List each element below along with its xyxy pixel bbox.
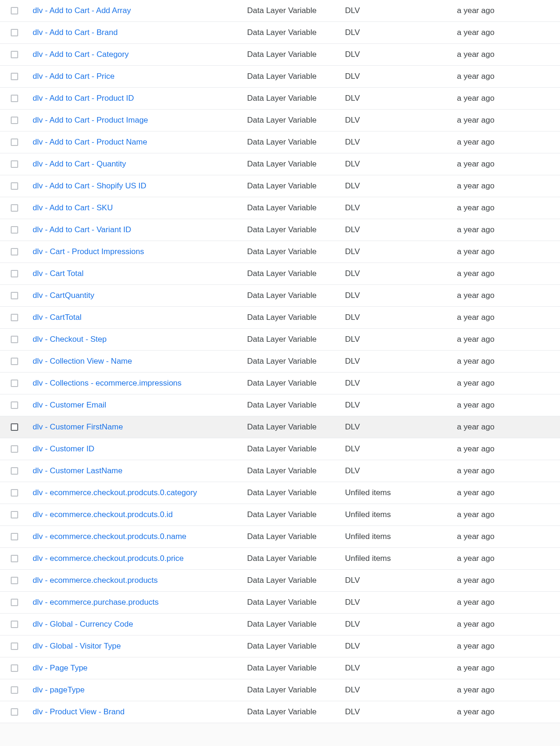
- variable-link[interactable]: dlv - Checkout - Step: [33, 335, 107, 344]
- variable-link[interactable]: dlv - ecommerce.checkout.prodcuts.0.cate…: [33, 488, 197, 497]
- variable-link[interactable]: dlv - Product View - Brand: [33, 707, 124, 716]
- table-row[interactable]: dlv - Cart - Product ImpressionsData Lay…: [0, 241, 560, 263]
- variable-link[interactable]: dlv - ecommerce.checkout.prodcuts.0.pric…: [33, 554, 184, 563]
- table-row[interactable]: dlv - Add to Cart - Product IDData Layer…: [0, 88, 560, 110]
- variable-link[interactable]: dlv - CartTotal: [33, 313, 82, 322]
- variable-link[interactable]: dlv - ecommerce.purchase.products: [33, 598, 159, 607]
- row-checkbox[interactable]: [11, 336, 18, 343]
- variable-link[interactable]: dlv - Add to Cart - SKU: [33, 203, 113, 212]
- table-row[interactable]: dlv - ecommerce.checkout.prodcuts.0.idDa…: [0, 504, 560, 526]
- row-checkbox[interactable]: [11, 489, 18, 497]
- row-checkbox[interactable]: [11, 686, 18, 694]
- row-checkbox[interactable]: [11, 7, 18, 14]
- row-checkbox[interactable]: [11, 51, 18, 58]
- table-row[interactable]: dlv - Add to Cart - BrandData Layer Vari…: [0, 22, 560, 44]
- row-checkbox[interactable]: [11, 204, 18, 212]
- row-checkbox[interactable]: [11, 642, 18, 650]
- table-row[interactable]: dlv - Customer EmailData Layer VariableD…: [0, 394, 560, 416]
- table-row[interactable]: dlv - Add to Cart - SKUData Layer Variab…: [0, 197, 560, 219]
- table-row[interactable]: dlv - Add to Cart - Product NameData Lay…: [0, 131, 560, 153]
- row-checkbox[interactable]: [11, 73, 18, 80]
- row-checkbox[interactable]: [11, 160, 18, 168]
- table-row[interactable]: dlv - pageTypeData Layer VariableDLVa ye…: [0, 679, 560, 701]
- edited-cell: a year ago: [453, 701, 560, 723]
- table-row[interactable]: dlv - Global - Currency CodeData Layer V…: [0, 614, 560, 635]
- variable-link[interactable]: dlv - Add to Cart - Category: [33, 50, 129, 59]
- variable-link[interactable]: dlv - Collections - ecommerce.impression…: [33, 379, 181, 387]
- row-checkbox[interactable]: [11, 248, 18, 256]
- variable-link[interactable]: dlv - Add to Cart - Price: [33, 72, 115, 81]
- row-checkbox[interactable]: [11, 182, 18, 190]
- table-row[interactable]: dlv - Customer LastNameData Layer Variab…: [0, 460, 560, 482]
- table-row[interactable]: dlv - Add to Cart - Add ArrayData Layer …: [0, 0, 560, 22]
- variable-link[interactable]: dlv - Add to Cart - Shopify US ID: [33, 181, 146, 190]
- row-checkbox[interactable]: [11, 664, 18, 672]
- row-checkbox[interactable]: [11, 423, 18, 431]
- row-checkbox[interactable]: [11, 621, 18, 628]
- variable-link[interactable]: dlv - Global - Visitor Type: [33, 642, 121, 650]
- table-row[interactable]: dlv - Global - Visitor TypeData Layer Va…: [0, 635, 560, 657]
- variable-link[interactable]: dlv - Collection View - Name: [33, 357, 132, 366]
- row-checkbox[interactable]: [11, 358, 18, 365]
- variable-link[interactable]: dlv - Add to Cart - Variant ID: [33, 225, 131, 234]
- table-row[interactable]: dlv - Page TypeData Layer VariableDLVa y…: [0, 657, 560, 679]
- table-row[interactable]: dlv - Checkout - StepData Layer Variable…: [0, 329, 560, 351]
- variable-link[interactable]: dlv - Global - Currency Code: [33, 620, 133, 629]
- table-row[interactable]: dlv - ecommerce.checkout.prodcuts.0.name…: [0, 526, 560, 548]
- variable-link[interactable]: dlv - Add to Cart - Product ID: [33, 94, 134, 103]
- table-row[interactable]: dlv - Collections - ecommerce.impression…: [0, 373, 560, 394]
- table-row[interactable]: dlv - Cart TotalData Layer VariableDLVa …: [0, 263, 560, 285]
- table-row[interactable]: dlv - Collection View - NameData Layer V…: [0, 351, 560, 373]
- row-checkbox[interactable]: [11, 117, 18, 124]
- row-checkbox[interactable]: [11, 577, 18, 584]
- variable-link[interactable]: dlv - ecommerce.checkout.prodcuts.0.id: [33, 510, 173, 519]
- variable-link[interactable]: dlv - pageType: [33, 685, 85, 694]
- table-row[interactable]: dlv - Add to Cart - PriceData Layer Vari…: [0, 66, 560, 88]
- table-row[interactable]: dlv - Add to Cart - QuantityData Layer V…: [0, 153, 560, 175]
- row-checkbox[interactable]: [11, 138, 18, 146]
- table-row[interactable]: dlv - ecommerce.checkout.prodcuts.0.cate…: [0, 482, 560, 504]
- row-checkbox[interactable]: [11, 445, 18, 453]
- variable-link[interactable]: dlv - ecommerce.checkout.products: [33, 576, 158, 585]
- variable-link[interactable]: dlv - Add to Cart - Brand: [33, 28, 118, 37]
- table-row[interactable]: dlv - Customer FirstNameData Layer Varia…: [0, 416, 560, 438]
- table-row[interactable]: dlv - ecommerce.checkout.prodcuts.0.pric…: [0, 548, 560, 570]
- table-row[interactable]: dlv - Add to Cart - Product ImageData La…: [0, 110, 560, 131]
- row-checkbox[interactable]: [11, 401, 18, 409]
- table-row[interactable]: dlv - ecommerce.purchase.productsData La…: [0, 592, 560, 614]
- variable-link[interactable]: dlv - Customer FirstName: [33, 422, 123, 431]
- variable-link[interactable]: dlv - Page Type: [33, 663, 88, 672]
- table-row[interactable]: dlv - Add to Cart - Shopify US IDData La…: [0, 175, 560, 197]
- row-checkbox[interactable]: [11, 292, 18, 299]
- row-checkbox[interactable]: [11, 467, 18, 475]
- row-checkbox[interactable]: [11, 708, 18, 716]
- variable-link[interactable]: dlv - Customer Email: [33, 401, 106, 409]
- variable-link[interactable]: dlv - Customer LastName: [33, 466, 123, 475]
- row-checkbox[interactable]: [11, 380, 18, 387]
- table-row[interactable]: dlv - Customer IDData Layer VariableDLVa…: [0, 438, 560, 460]
- variable-link[interactable]: dlv - ecommerce.checkout.prodcuts.0.name: [33, 532, 187, 541]
- variable-link[interactable]: dlv - Add to Cart - Quantity: [33, 159, 126, 168]
- variable-link[interactable]: dlv - Add to Cart - Add Array: [33, 6, 131, 15]
- row-checkbox[interactable]: [11, 511, 18, 518]
- table-row[interactable]: dlv - Add to Cart - Variant IDData Layer…: [0, 219, 560, 241]
- row-checkbox[interactable]: [11, 95, 18, 102]
- table-row[interactable]: dlv - ecommerce.checkout.productsData La…: [0, 570, 560, 592]
- row-checkbox[interactable]: [11, 555, 18, 562]
- row-checkbox[interactable]: [11, 270, 18, 277]
- row-checkbox[interactable]: [11, 599, 18, 606]
- variable-link[interactable]: dlv - Cart - Product Impressions: [33, 247, 144, 256]
- variable-link[interactable]: dlv - Add to Cart - Product Image: [33, 116, 148, 124]
- variable-link[interactable]: dlv - Add to Cart - Product Name: [33, 138, 147, 146]
- table-row[interactable]: dlv - CartTotalData Layer VariableDLVa y…: [0, 307, 560, 329]
- table-row[interactable]: dlv - CartQuantityData Layer VariableDLV…: [0, 285, 560, 307]
- row-checkbox[interactable]: [11, 314, 18, 321]
- row-checkbox[interactable]: [11, 29, 18, 36]
- table-row[interactable]: dlv - Add to Cart - CategoryData Layer V…: [0, 44, 560, 66]
- variable-link[interactable]: dlv - Customer ID: [33, 444, 94, 453]
- variable-link[interactable]: dlv - CartQuantity: [33, 291, 94, 300]
- table-row[interactable]: dlv - Product View - BrandData Layer Var…: [0, 701, 560, 723]
- row-checkbox[interactable]: [11, 533, 18, 540]
- variable-link[interactable]: dlv - Cart Total: [33, 269, 83, 278]
- row-checkbox[interactable]: [11, 226, 18, 234]
